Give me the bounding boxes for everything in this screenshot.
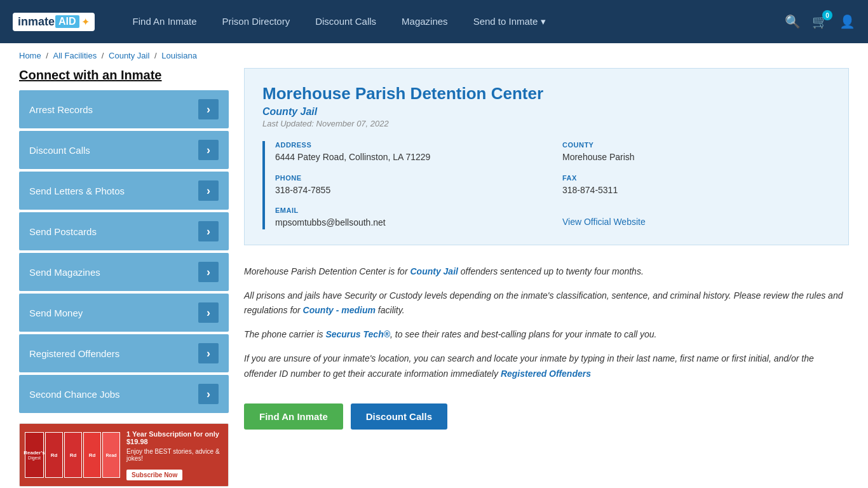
sidebar-item-label: Registered Offenders bbox=[29, 348, 119, 359]
registered-offenders-link[interactable]: Registered Offenders bbox=[501, 369, 591, 379]
ad-subtitle: Enjoy the BEST stories, advice & jokes! bbox=[126, 448, 220, 462]
sidebar-ad: Reader's Digest Rd Rd Rd R bbox=[19, 423, 229, 487]
nav-find-inmate[interactable]: Find An Inmate bbox=[120, 0, 210, 43]
view-official-website-link[interactable]: View Official Website bbox=[562, 217, 646, 227]
sidebar-item-label: Send Letters & Photos bbox=[29, 186, 125, 196]
facility-card: Morehouse Parish Detention Center County… bbox=[244, 68, 849, 245]
facility-info-grid: ADDRESS 6444 Patey Road, Collinston, LA … bbox=[262, 141, 831, 229]
county-jail-link[interactable]: County Jail bbox=[410, 266, 458, 276]
sidebar-item-label: Send Magazines bbox=[29, 267, 100, 278]
facility-updated: Last Updated: November 07, 2022 bbox=[262, 119, 831, 128]
cart-badge: 0 bbox=[822, 10, 832, 20]
email-label: EMAIL bbox=[275, 207, 543, 214]
sidebar-item-send-money[interactable]: Send Money › bbox=[19, 294, 229, 332]
facility-fax: 318-874-5311 bbox=[562, 184, 831, 197]
facility-email: mpsomtubbs@bellsouth.net bbox=[275, 217, 543, 229]
arrow-icon: › bbox=[198, 221, 219, 241]
site-logo[interactable]: inmate AID ✦ bbox=[13, 13, 95, 31]
sidebar-item-send-letters-photos[interactable]: Send Letters & Photos › bbox=[19, 172, 229, 210]
sidebar: Connect with an Inmate Arrest Records › … bbox=[19, 68, 229, 487]
bottom-buttons: Find An Inmate Discount Calls bbox=[244, 403, 849, 430]
sidebar-item-registered-offenders[interactable]: Registered Offenders › bbox=[19, 334, 229, 372]
sidebar-item-discount-calls[interactable]: Discount Calls › bbox=[19, 131, 229, 169]
navbar: inmate AID ✦ Find An Inmate Prison Direc… bbox=[0, 0, 868, 43]
discount-calls-button[interactable]: Discount Calls bbox=[351, 403, 447, 430]
phone-label: PHONE bbox=[275, 174, 543, 182]
securus-tech-link[interactable]: Securus Tech® bbox=[325, 329, 390, 339]
website-spacer bbox=[562, 207, 831, 214]
address-label: ADDRESS bbox=[275, 141, 543, 149]
main-container: Connect with an Inmate Arrest Records › … bbox=[0, 68, 868, 488]
breadcrumb-louisiana[interactable]: Louisiana bbox=[161, 51, 197, 60]
facility-type: County Jail bbox=[262, 106, 831, 118]
breadcrumb-sep-2: / bbox=[102, 51, 106, 60]
sidebar-item-label: Send Money bbox=[29, 308, 83, 318]
nav-discount-calls[interactable]: Discount Calls bbox=[302, 0, 389, 43]
sidebar-item-label: Discount Calls bbox=[29, 145, 90, 156]
description-section: Morehouse Parish Detention Center is for… bbox=[244, 258, 849, 397]
facility-county: Morehouse Parish bbox=[562, 151, 831, 164]
facility-fax-block: FAX 318-874-5311 bbox=[562, 174, 831, 197]
search-icon-button[interactable]: 🔍 bbox=[785, 14, 801, 29]
desc-para-1: Morehouse Parish Detention Center is for… bbox=[244, 264, 849, 280]
nav-magazines[interactable]: Magazines bbox=[389, 0, 461, 43]
facility-phone-block: PHONE 318-874-7855 bbox=[275, 174, 543, 197]
facility-website-block: View Official Website bbox=[562, 207, 831, 229]
sidebar-item-send-magazines[interactable]: Send Magazines › bbox=[19, 253, 229, 291]
desc-para-3: The phone carrier is Securus Tech®, to s… bbox=[244, 327, 849, 342]
cart-icon-button[interactable]: 🛒 0 bbox=[812, 14, 828, 29]
sidebar-item-second-chance-jobs[interactable]: Second Chance Jobs › bbox=[19, 375, 229, 413]
sidebar-item-label: Second Chance Jobs bbox=[29, 389, 120, 400]
facility-phone: 318-874-7855 bbox=[275, 184, 543, 197]
find-inmate-button[interactable]: Find An Inmate bbox=[244, 403, 343, 430]
desc-para-4: If you are unsure of your inmate's locat… bbox=[244, 351, 849, 382]
breadcrumb-county-jail[interactable]: County Jail bbox=[109, 51, 149, 60]
sidebar-item-send-postcards[interactable]: Send Postcards › bbox=[19, 212, 229, 250]
nav-send-to-inmate[interactable]: Send to Inmate ▾ bbox=[461, 0, 559, 43]
search-icon: 🔍 bbox=[785, 15, 801, 29]
user-icon-button[interactable]: 👤 bbox=[839, 14, 855, 29]
arrow-icon: › bbox=[198, 384, 219, 404]
breadcrumb-sep-3: / bbox=[154, 51, 159, 60]
facility-address-block: ADDRESS 6444 Patey Road, Collinston, LA … bbox=[275, 141, 543, 164]
main-content: Morehouse Parish Detention Center County… bbox=[244, 68, 849, 487]
ad-subscribe-button[interactable]: Subscribe Now bbox=[126, 470, 182, 480]
breadcrumb-all-facilities[interactable]: All Facilities bbox=[53, 51, 97, 60]
facility-name: Morehouse Parish Detention Center bbox=[262, 84, 831, 104]
sidebar-item-label: Send Postcards bbox=[29, 226, 97, 237]
arrow-icon: › bbox=[198, 343, 219, 363]
arrow-icon: › bbox=[198, 302, 219, 323]
nav-prison-directory[interactable]: Prison Directory bbox=[210, 0, 303, 43]
nav-links: Find An Inmate Prison Directory Discount… bbox=[120, 0, 785, 43]
facility-email-block: EMAIL mpsomtubbs@bellsouth.net bbox=[275, 207, 543, 229]
fax-label: FAX bbox=[562, 174, 831, 182]
nav-icons: 🔍 🛒 0 👤 bbox=[785, 14, 855, 29]
sidebar-item-arrest-records[interactable]: Arrest Records › bbox=[19, 90, 229, 128]
ad-title: 1 Year Subscription for only $19.98 bbox=[126, 430, 220, 445]
sidebar-item-label: Arrest Records bbox=[29, 104, 93, 115]
arrow-icon: › bbox=[198, 99, 219, 119]
user-icon: 👤 bbox=[839, 15, 855, 29]
desc-para-2: All prisons and jails have Security or C… bbox=[244, 288, 849, 319]
breadcrumb-sep-1: / bbox=[46, 51, 50, 60]
county-label: COUNTY bbox=[562, 141, 831, 149]
arrow-icon: › bbox=[198, 180, 219, 201]
breadcrumb: Home / All Facilities / County Jail / Lo… bbox=[0, 43, 868, 68]
breadcrumb-home[interactable]: Home bbox=[19, 51, 41, 60]
sidebar-title: Connect with an Inmate bbox=[19, 68, 229, 83]
arrow-icon: › bbox=[198, 140, 219, 160]
county-medium-link[interactable]: County - medium bbox=[303, 305, 376, 315]
facility-county-block: COUNTY Morehouse Parish bbox=[562, 141, 831, 164]
arrow-icon: › bbox=[198, 262, 219, 282]
facility-address: 6444 Patey Road, Collinston, LA 71229 bbox=[275, 151, 543, 164]
